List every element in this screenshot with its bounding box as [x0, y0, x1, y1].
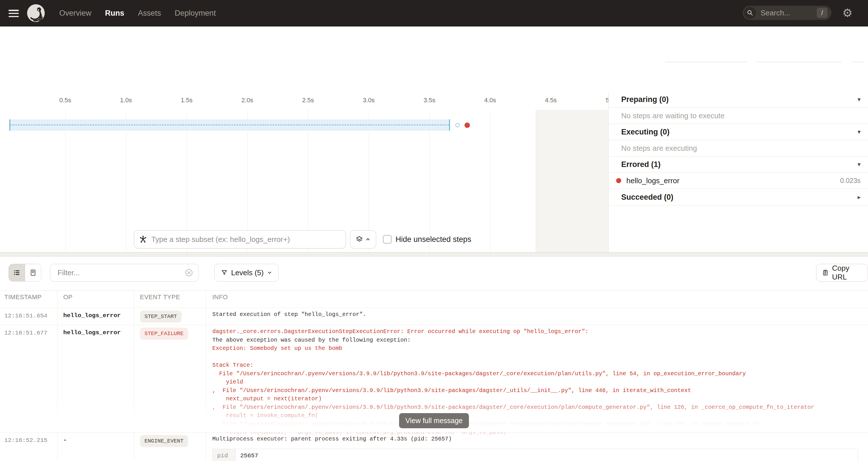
step-waiting-bar[interactable]: [9, 119, 450, 131]
search-box[interactable]: /: [743, 6, 832, 20]
log-info-line: , File "/Users/erincochran/.pyenv/versio…: [212, 403, 862, 412]
axis-tick-label: 3.0s: [363, 97, 375, 104]
step-failure-dot-icon: [616, 178, 621, 183]
log-toolbar: Levels (5) Copy URL: [0, 257, 868, 290]
log-info-line: yield: [212, 378, 862, 386]
gantt-chart[interactable]: 0.5s1.0s1.5s2.0s2.5s3.0s3.5s4.0s4.5s5.0s…: [0, 91, 609, 252]
structured-view-icon: [29, 269, 37, 276]
steps-section-header[interactable]: Preparing (0)▾: [609, 91, 868, 108]
log-table: TIMESTAMPOPEVENT TYPEINFO 12:16:51.654he…: [0, 290, 868, 461]
caret-right-icon[interactable]: ▸: [858, 194, 861, 201]
axis-tick-label: 2.5s: [302, 97, 314, 104]
copy-url-button[interactable]: Copy URL: [816, 264, 868, 281]
caret-down-icon[interactable]: ▾: [858, 161, 861, 168]
chevron-down-icon: [267, 270, 272, 275]
run-header: 7e236874 Failure Run of demo_job_error @…: [0, 27, 868, 63]
search-shortcut-key: /: [817, 8, 828, 18]
gantt-toolbar: Hide not started steps Re-execute all (*…: [0, 62, 868, 92]
search-input[interactable]: [760, 8, 807, 18]
log-info-line: [212, 353, 862, 361]
levels-filter-button[interactable]: Levels (5): [214, 264, 279, 281]
step-row[interactable]: hello_logs_error0.023s: [609, 173, 868, 189]
log-row[interactable]: 12:16:52.215-ENGINE_EVENTMultiprocess ex…: [0, 432, 868, 461]
step-subset-box: [134, 230, 346, 248]
axis-tick-label: 4.5s: [545, 97, 557, 104]
log-rows: 12:16:51.654hello_logs_errorSTEP_STARTSt…: [0, 303, 868, 461]
funnel-icon: [221, 269, 228, 276]
top-nav: OverviewRunsAssetsDeployment / ⚙: [0, 0, 868, 27]
hide-unselected-label: Hide unselected steps: [396, 235, 471, 244]
panel-resize-handle[interactable]: [0, 252, 868, 257]
log-info-line: dagster._core.errors.DagsterExecutionSte…: [212, 327, 862, 336]
steps-empty-row: No steps are waiting to execute: [609, 108, 868, 124]
steps-section-label: Errored (1): [621, 160, 858, 169]
chevron-up-icon: [365, 237, 370, 242]
log-timestamp: 12:16:52.215: [4, 437, 47, 443]
nav-item-overview[interactable]: Overview: [59, 9, 91, 18]
steps-empty-row: No steps are executing: [609, 140, 868, 156]
axis-tick-label: 2.0s: [241, 97, 253, 104]
waiting-dashed-line: [10, 124, 449, 125]
log-info-line: result = invoke_compute_fn(: [212, 411, 862, 420]
hamburger-menu-icon[interactable]: [8, 10, 19, 17]
dagster-logo-icon[interactable]: [27, 4, 45, 22]
log-info-line: next_output = next(iterator): [212, 395, 862, 403]
column-header-info: INFO: [212, 294, 228, 301]
after-run-end-band: [536, 110, 609, 252]
log-timestamp: 12:16:51.654: [4, 313, 47, 319]
nav-items: OverviewRunsAssetsDeployment: [59, 0, 216, 27]
clear-filter-icon[interactable]: [185, 268, 193, 277]
log-row[interactable]: 12:16:51.677hello_logs_errorSTEP_FAILURE…: [0, 325, 868, 432]
step-subset-input[interactable]: [151, 235, 346, 244]
caret-down-icon[interactable]: ▾: [858, 128, 861, 135]
steps-section-label: Executing (0): [621, 128, 858, 136]
layers-icon: [355, 236, 363, 243]
step-start-marker[interactable]: [455, 123, 460, 127]
log-info: Started execution of step "hello_logs_er…: [212, 310, 862, 319]
step-failure-marker[interactable]: [464, 123, 470, 128]
axis-tick-label: 1.0s: [120, 97, 132, 104]
steps-empty-text: No steps are waiting to execute: [621, 112, 725, 120]
log-op-name: hello_logs_error: [63, 312, 121, 319]
log-list-view-button[interactable]: [9, 264, 25, 281]
log-info: Multiprocess executor: parent process ex…: [212, 435, 862, 443]
nav-item-deployment[interactable]: Deployment: [175, 9, 216, 18]
log-info-line: The above exception was caused by the fo…: [212, 336, 862, 344]
metadata-key: pid: [213, 449, 236, 461]
log-op-name: hello_logs_error: [63, 329, 121, 336]
log-info-line: Stack Trace:: [212, 361, 862, 370]
log-info-line: , File "/Users/erincochran/.pyenv/versio…: [212, 420, 862, 429]
view-full-message-button[interactable]: View full message: [399, 413, 469, 428]
hide-unselected-checkbox[interactable]: [383, 235, 392, 244]
column-header-event-type: EVENT TYPE: [140, 294, 180, 301]
step-duration: 0.023s: [840, 177, 861, 185]
axis-gridline: [65, 110, 66, 252]
search-icon: [744, 7, 756, 19]
steps-section-header[interactable]: Succeeded (0)▸: [609, 189, 868, 206]
axis-tick-label: 3.5s: [424, 97, 435, 104]
graph-query-toggle-button[interactable]: [350, 230, 376, 248]
nav-item-runs[interactable]: Runs: [105, 9, 125, 18]
log-view-mode-group: [8, 264, 41, 281]
log-op-name: -: [63, 437, 67, 443]
log-info-line: File "/Users/erincochran/.pyenv/versions…: [212, 370, 862, 378]
nav-item-assets[interactable]: Assets: [138, 9, 161, 18]
caret-down-icon[interactable]: ▾: [858, 96, 861, 103]
log-info-line: Exception: Somebody set up us the bomb: [212, 344, 862, 353]
gear-icon[interactable]: ⚙: [842, 6, 852, 19]
event-type-badge: ENGINE_EVENT: [140, 435, 188, 447]
steps-section-header[interactable]: Executing (0)▾: [609, 124, 868, 140]
log-filter-input[interactable]: [57, 268, 185, 278]
op-selector-icon: [139, 235, 147, 244]
step-name: hello_logs_error: [626, 176, 840, 185]
column-header-timestamp: TIMESTAMP: [4, 294, 41, 301]
column-header-op: OP: [63, 294, 73, 301]
axis-gridline: [126, 110, 126, 252]
axis-tick-label: 4.0s: [484, 97, 496, 104]
log-structured-view-button[interactable]: [25, 264, 41, 281]
clipboard-icon: [822, 269, 829, 276]
log-row[interactable]: 12:16:51.654hello_logs_errorSTEP_STARTSt…: [0, 308, 868, 325]
log-info: dagster._core.errors.DagsterExecutionSte…: [212, 327, 862, 437]
steps-section-header[interactable]: Errored (1)▾: [609, 156, 868, 173]
list-view-icon: [13, 269, 21, 276]
